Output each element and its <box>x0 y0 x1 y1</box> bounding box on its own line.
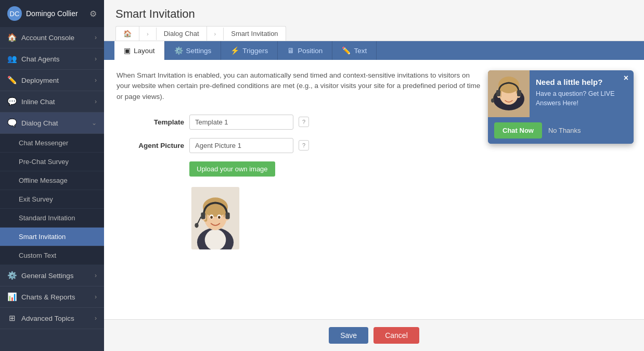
submenu-item-exit-survey[interactable]: Exit Survey <box>0 190 104 209</box>
general-settings-icon: ⚙️ <box>7 271 17 280</box>
sidebar-label-inline-chat: Inline Chat <box>21 98 55 106</box>
agent-picture-input[interactable] <box>189 138 293 153</box>
breadcrumb-label-dialog-chat: Dialog Chat <box>164 30 199 37</box>
sidebar: DC Domingo Collier ⚙ 🏠 Account Console ›… <box>0 0 104 351</box>
submenu-item-standard-invitation[interactable]: Standard Invitation <box>0 209 104 228</box>
breadcrumb: 🏠 › Dialog Chat › Smart Invitation <box>115 26 286 41</box>
expand-icon: ⌄ <box>92 119 97 127</box>
preview-subtitle: Have a question? Get LIVE Answers Here! <box>536 90 627 108</box>
inline-chat-icon: 💬 <box>7 97 17 106</box>
tab-layout-label: Layout <box>134 47 155 55</box>
submenu-item-pre-chat-survey[interactable]: Pre-Chat Survey <box>0 153 104 171</box>
tabs-bar: ▣ Layout ⚙️ Settings ⚡ Triggers 🖥 Positi… <box>104 41 644 60</box>
sidebar-label-account-console: Account Console <box>21 34 74 42</box>
template-help-icon[interactable]: ? <box>299 117 309 127</box>
agent-picture-help-icon[interactable]: ? <box>299 140 309 151</box>
sidebar-header: DC Domingo Collier ⚙ <box>0 0 104 27</box>
arrow-icon: › <box>95 272 97 279</box>
submenu-item-chat-messenger[interactable]: Chat Messenger <box>0 134 104 153</box>
sidebar-item-inline-chat[interactable]: 💬 Inline Chat › <box>0 91 104 112</box>
sidebar-label-advanced-topics: Advanced Topics <box>21 315 74 322</box>
svg-point-2 <box>205 229 226 249</box>
sidebar-item-advanced-topics[interactable]: ⊞ Advanced Topics › <box>0 308 104 329</box>
charts-icon: 📊 <box>7 292 17 302</box>
submenu-item-custom-text[interactable]: Custom Text <box>0 246 104 265</box>
breadcrumb-home[interactable]: 🏠 <box>116 27 139 41</box>
main-content: Smart Invitation 🏠 › Dialog Chat › Smart… <box>104 0 644 351</box>
dialog-chat-icon: 🗨️ <box>7 118 17 128</box>
breadcrumb-arrow2: › <box>214 31 216 37</box>
breadcrumb-label-smart-invitation: Smart Invitation <box>231 30 278 37</box>
sidebar-label-general-settings: General Settings <box>21 272 74 280</box>
cancel-button[interactable]: Cancel <box>373 327 419 344</box>
chat-now-button[interactable]: Chat Now <box>494 122 542 139</box>
svg-point-16 <box>195 223 198 228</box>
text-tab-icon: ✏️ <box>342 46 351 55</box>
deployment-icon: ✏️ <box>7 76 17 85</box>
sidebar-label-dialog-chat: Dialog Chat <box>21 119 58 127</box>
save-button[interactable]: Save <box>329 327 368 344</box>
svg-point-28 <box>491 98 494 103</box>
agent-image <box>189 187 241 249</box>
form-footer: Save Cancel <box>104 319 644 351</box>
svg-point-12 <box>218 216 221 219</box>
tab-triggers[interactable]: ⚡ Triggers <box>221 41 278 60</box>
sidebar-item-deployment[interactable]: ✏️ Deployment › <box>0 70 104 91</box>
sidebar-item-dialog-chat[interactable]: 🗨️ Dialog Chat ⌄ <box>0 112 104 134</box>
tab-layout[interactable]: ▣ Layout <box>114 41 165 60</box>
breadcrumb-arrow1: › <box>147 31 149 37</box>
home-breadcrumb-icon: 🏠 <box>123 30 132 37</box>
svg-point-11 <box>210 216 213 219</box>
tab-settings-label: Settings <box>186 47 212 55</box>
sidebar-item-chat-agents[interactable]: 👥 Chat Agents › <box>0 48 104 70</box>
breadcrumb-smart-invitation: Smart Invitation <box>224 27 285 41</box>
home-icon: 🏠 <box>7 33 17 42</box>
tab-text[interactable]: ✏️ Text <box>332 41 377 60</box>
tab-settings[interactable]: ⚙️ Settings <box>165 41 222 60</box>
advanced-topics-icon: ⊞ <box>7 314 17 323</box>
arrow-icon: › <box>95 315 97 322</box>
preview-card-actions: Chat Now No Thanks <box>488 117 634 144</box>
arrow-icon: › <box>95 98 97 105</box>
tab-position[interactable]: 🖥 Position <box>278 41 332 60</box>
preview-title: Need a little help? <box>536 78 627 86</box>
tab-position-label: Position <box>298 47 323 55</box>
breadcrumb-dialog-chat[interactable]: Dialog Chat <box>157 27 207 41</box>
arrow-icon: › <box>95 293 97 300</box>
page-header: Smart Invitation 🏠 › Dialog Chat › Smart… <box>104 0 644 41</box>
position-icon: 🖥 <box>287 46 294 55</box>
template-input[interactable] <box>189 115 293 130</box>
agent-image-area <box>189 187 632 252</box>
sidebar-username: Domingo Collier <box>26 9 78 18</box>
description-text: When Smart Invitation is enabled, you ca… <box>117 70 481 102</box>
submenu-item-offline-message[interactable]: Offline Message <box>0 171 104 190</box>
sidebar-label-chat-agents: Chat Agents <box>21 55 60 63</box>
preview-card: × <box>488 70 634 144</box>
preview-close-button[interactable]: × <box>624 73 628 83</box>
tab-triggers-label: Triggers <box>242 47 268 55</box>
breadcrumb-sep1: › <box>139 28 157 40</box>
arrow-icon: › <box>95 34 97 41</box>
svg-rect-14 <box>225 212 229 219</box>
submenu-item-smart-invitation[interactable]: Smart Invitation <box>0 228 104 246</box>
agent-picture-label: Agent Picture <box>117 142 184 149</box>
sidebar-item-charts-reports[interactable]: 📊 Charts & Reports › <box>0 286 104 308</box>
sidebar-item-account-console[interactable]: 🏠 Account Console › <box>0 27 104 48</box>
content-area: When Smart Invitation is enabled, you ca… <box>104 60 644 319</box>
layout-icon: ▣ <box>124 46 131 55</box>
tab-text-label: Text <box>354 47 367 55</box>
breadcrumb-sep2: › <box>207 28 224 40</box>
dialog-chat-submenu: Chat Messenger Pre-Chat Survey Offline M… <box>0 134 104 265</box>
settings-tab-icon: ⚙️ <box>174 46 183 55</box>
no-thanks-button[interactable]: No Thanks <box>548 127 581 134</box>
settings-icon[interactable]: ⚙ <box>89 9 97 19</box>
triggers-icon: ⚡ <box>230 46 239 55</box>
upload-image-button[interactable]: Upload your own image <box>189 161 275 177</box>
preview-card-body: Need a little help? Have a question? Get… <box>488 70 634 117</box>
page-title: Smart Invitation <box>115 7 633 21</box>
user-avatar: DC <box>7 6 22 21</box>
template-label: Template <box>117 118 184 126</box>
arrow-icon: › <box>95 77 97 84</box>
preview-agent-image <box>488 70 530 117</box>
sidebar-item-general-settings[interactable]: ⚙️ General Settings › <box>0 265 104 286</box>
